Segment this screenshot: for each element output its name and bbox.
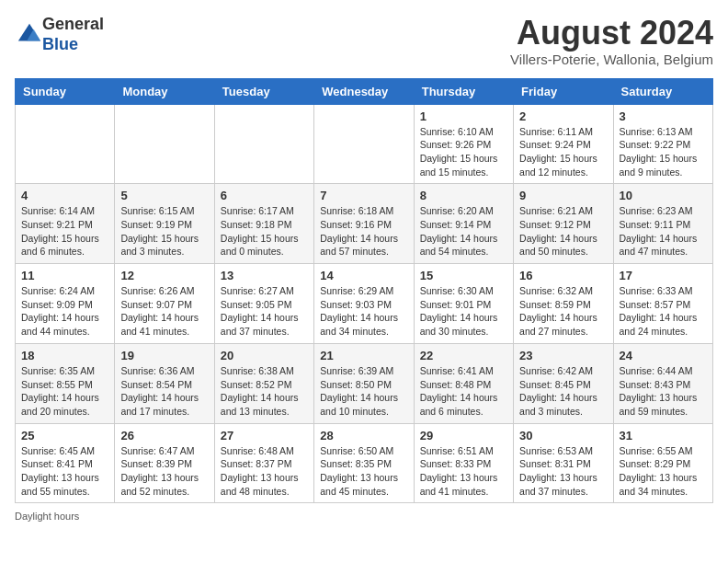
day-number: 11 [21,269,108,282]
calendar-cell [214,104,313,184]
calendar-week-row: 25Sunrise: 6:45 AMSunset: 8:41 PMDayligh… [16,423,713,503]
day-number: 12 [120,269,208,282]
logo-blue-text: Blue [42,35,78,53]
day-info: Sunrise: 6:32 AMSunset: 8:59 PMDaylight:… [519,284,607,339]
calendar-week-row: 1Sunrise: 6:10 AMSunset: 9:26 PMDaylight… [16,104,713,184]
day-number: 2 [519,109,607,123]
day-number: 26 [120,429,208,442]
day-number: 10 [620,189,707,202]
logo-icon [17,22,42,48]
day-info: Sunrise: 6:13 AMSunset: 9:22 PMDaylight:… [620,125,707,179]
calendar-header-row: SundayMondayTuesdayWednesdayThursdayFrid… [16,78,713,104]
day-info: Sunrise: 6:24 AMSunset: 9:09 PMDaylight:… [21,284,108,339]
day-info: Sunrise: 6:20 AMSunset: 9:14 PMDaylight:… [420,204,507,259]
day-info: Sunrise: 6:55 AMSunset: 8:29 PMDaylight:… [620,444,707,499]
day-info: Sunrise: 6:27 AMSunset: 9:05 PMDaylight:… [221,284,308,339]
main-title: August 2024 [510,15,713,52]
day-info: Sunrise: 6:30 AMSunset: 9:01 PMDaylight:… [420,284,507,339]
day-info: Sunrise: 6:53 AMSunset: 8:31 PMDaylight:… [519,444,607,499]
calendar-cell: 10Sunrise: 6:23 AMSunset: 9:11 PMDayligh… [613,184,712,264]
day-info: Sunrise: 6:44 AMSunset: 8:43 PMDaylight:… [620,364,707,419]
day-info: Sunrise: 6:23 AMSunset: 9:11 PMDaylight:… [620,204,707,259]
day-number: 13 [221,269,308,282]
day-number: 25 [21,429,108,442]
day-info: Sunrise: 6:41 AMSunset: 8:48 PMDaylight:… [420,364,507,419]
day-info: Sunrise: 6:14 AMSunset: 9:21 PMDaylight:… [21,204,108,259]
day-info: Sunrise: 6:47 AMSunset: 8:39 PMDaylight:… [120,444,208,499]
day-number: 5 [120,189,208,202]
day-number: 17 [620,269,707,282]
calendar-cell: 7Sunrise: 6:18 AMSunset: 9:16 PMDaylight… [314,184,414,264]
calendar-cell: 17Sunrise: 6:33 AMSunset: 8:57 PMDayligh… [613,264,712,344]
calendar-week-row: 18Sunrise: 6:35 AMSunset: 8:55 PMDayligh… [16,343,713,423]
calendar-cell: 23Sunrise: 6:42 AMSunset: 8:45 PMDayligh… [514,343,613,423]
calendar-cell: 29Sunrise: 6:51 AMSunset: 8:33 PMDayligh… [414,423,513,503]
day-info: Sunrise: 6:15 AMSunset: 9:19 PMDaylight:… [120,204,208,259]
day-info: Sunrise: 6:21 AMSunset: 9:12 PMDaylight:… [519,204,607,259]
calendar-cell: 5Sunrise: 6:15 AMSunset: 9:19 PMDaylight… [115,184,214,264]
calendar-cell: 16Sunrise: 6:32 AMSunset: 8:59 PMDayligh… [514,264,613,344]
day-info: Sunrise: 6:11 AMSunset: 9:24 PMDaylight:… [519,125,607,179]
footer: Daylight hours [15,511,713,522]
calendar-cell: 1Sunrise: 6:10 AMSunset: 9:26 PMDaylight… [414,104,513,184]
calendar-table: SundayMondayTuesdayWednesdayThursdayFrid… [15,78,713,504]
day-number: 23 [519,349,607,362]
calendar-cell: 25Sunrise: 6:45 AMSunset: 8:41 PMDayligh… [16,423,115,503]
day-info: Sunrise: 6:26 AMSunset: 9:07 PMDaylight:… [120,284,208,339]
day-info: Sunrise: 6:38 AMSunset: 8:52 PMDaylight:… [221,364,308,419]
day-number: 15 [420,269,507,282]
calendar-cell: 20Sunrise: 6:38 AMSunset: 8:52 PMDayligh… [214,343,313,423]
calendar-cell: 15Sunrise: 6:30 AMSunset: 9:01 PMDayligh… [414,264,513,344]
day-number: 19 [120,349,208,362]
day-info: Sunrise: 6:39 AMSunset: 8:50 PMDaylight:… [320,364,407,419]
day-info: Sunrise: 6:18 AMSunset: 9:16 PMDaylight:… [320,204,407,259]
calendar-cell: 22Sunrise: 6:41 AMSunset: 8:48 PMDayligh… [414,343,513,423]
day-info: Sunrise: 6:51 AMSunset: 8:33 PMDaylight:… [420,444,507,499]
day-number: 21 [320,349,407,362]
day-number: 20 [221,349,308,362]
day-number: 14 [320,269,407,282]
calendar-week-row: 11Sunrise: 6:24 AMSunset: 9:09 PMDayligh… [16,264,713,344]
calendar-cell: 19Sunrise: 6:36 AMSunset: 8:54 PMDayligh… [115,343,214,423]
calendar-cell: 4Sunrise: 6:14 AMSunset: 9:21 PMDaylight… [16,184,115,264]
calendar-day-header: Saturday [613,78,712,104]
calendar-cell: 14Sunrise: 6:29 AMSunset: 9:03 PMDayligh… [314,264,414,344]
calendar-day-header: Friday [514,78,613,104]
day-info: Sunrise: 6:50 AMSunset: 8:35 PMDaylight:… [320,444,407,499]
header: General Blue August 2024 Villers-Poterie… [15,15,713,67]
day-info: Sunrise: 6:10 AMSunset: 9:26 PMDaylight:… [420,125,507,179]
calendar-day-header: Wednesday [314,78,414,104]
calendar-cell: 21Sunrise: 6:39 AMSunset: 8:50 PMDayligh… [314,343,414,423]
calendar-cell [16,104,115,184]
calendar-cell: 13Sunrise: 6:27 AMSunset: 9:05 PMDayligh… [214,264,313,344]
logo-general-text: General [42,15,104,33]
logo: General Blue [15,15,104,54]
calendar-cell [115,104,214,184]
calendar-week-row: 4Sunrise: 6:14 AMSunset: 9:21 PMDaylight… [16,184,713,264]
day-number: 4 [21,189,108,202]
day-number: 8 [420,189,507,202]
day-number: 3 [620,109,707,123]
day-number: 30 [519,429,607,442]
calendar-day-header: Thursday [414,78,513,104]
day-number: 9 [519,189,607,202]
day-info: Sunrise: 6:29 AMSunset: 9:03 PMDaylight:… [320,284,407,339]
calendar-cell: 8Sunrise: 6:20 AMSunset: 9:14 PMDaylight… [414,184,513,264]
calendar-cell [314,104,414,184]
calendar-cell: 2Sunrise: 6:11 AMSunset: 9:24 PMDaylight… [514,104,613,184]
calendar-day-header: Tuesday [214,78,313,104]
calendar-cell: 9Sunrise: 6:21 AMSunset: 9:12 PMDaylight… [514,184,613,264]
calendar-cell: 28Sunrise: 6:50 AMSunset: 8:35 PMDayligh… [314,423,414,503]
day-number: 28 [320,429,407,442]
day-info: Sunrise: 6:36 AMSunset: 8:54 PMDaylight:… [120,364,208,419]
day-number: 22 [420,349,507,362]
calendar-cell: 18Sunrise: 6:35 AMSunset: 8:55 PMDayligh… [16,343,115,423]
day-number: 7 [320,189,407,202]
calendar-cell: 27Sunrise: 6:48 AMSunset: 8:37 PMDayligh… [214,423,313,503]
day-info: Sunrise: 6:35 AMSunset: 8:55 PMDaylight:… [21,364,108,419]
calendar-cell: 6Sunrise: 6:17 AMSunset: 9:18 PMDaylight… [214,184,313,264]
calendar-day-header: Monday [115,78,214,104]
subtitle: Villers-Poterie, Wallonia, Belgium [510,52,713,67]
day-number: 16 [519,269,607,282]
day-info: Sunrise: 6:33 AMSunset: 8:57 PMDaylight:… [620,284,707,339]
